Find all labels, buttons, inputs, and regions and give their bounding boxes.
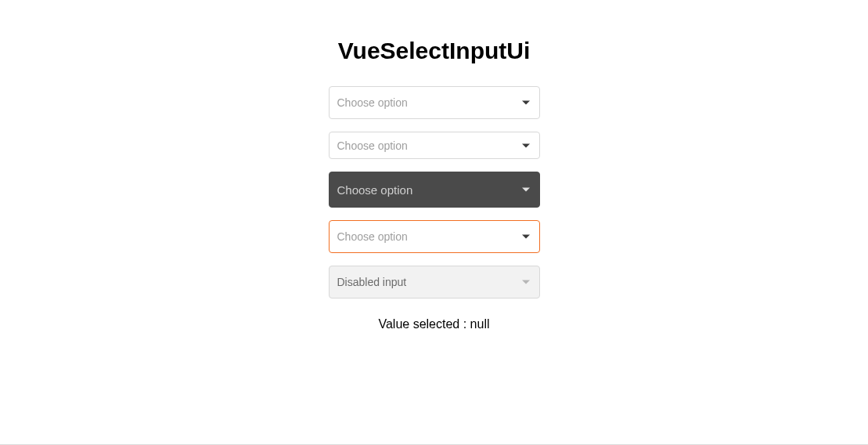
select-input-accent[interactable]: Choose option <box>329 220 540 253</box>
select-placeholder: Choose option <box>337 183 413 197</box>
select-dark: Choose option <box>329 172 540 208</box>
select-placeholder: Disabled input <box>337 276 407 288</box>
select-input-small[interactable]: Choose option <box>329 132 540 159</box>
select-placeholder: Choose option <box>337 230 408 243</box>
main-container: VueSelectInputUi Choose option Choose op… <box>0 0 868 331</box>
select-input-disabled: Disabled input <box>329 266 540 298</box>
select-placeholder: Choose option <box>337 96 408 109</box>
select-small: Choose option <box>329 132 540 159</box>
status-value: null <box>470 317 490 331</box>
select-disabled: Disabled input <box>329 266 540 298</box>
status-text: Value selected : null <box>378 317 489 331</box>
chevron-down-icon <box>522 235 530 239</box>
status-label: Value selected : <box>378 317 470 331</box>
select-input-default[interactable]: Choose option <box>329 86 540 119</box>
chevron-down-icon <box>522 143 530 147</box>
chevron-down-icon <box>522 188 530 192</box>
chevron-down-icon <box>522 101 530 105</box>
page-title: VueSelectInputUi <box>338 38 531 64</box>
select-default: Choose option <box>329 86 540 119</box>
select-accent: Choose option <box>329 220 540 253</box>
select-input-dark[interactable]: Choose option <box>329 172 540 208</box>
chevron-down-icon <box>522 280 530 284</box>
select-placeholder: Choose option <box>337 139 408 152</box>
